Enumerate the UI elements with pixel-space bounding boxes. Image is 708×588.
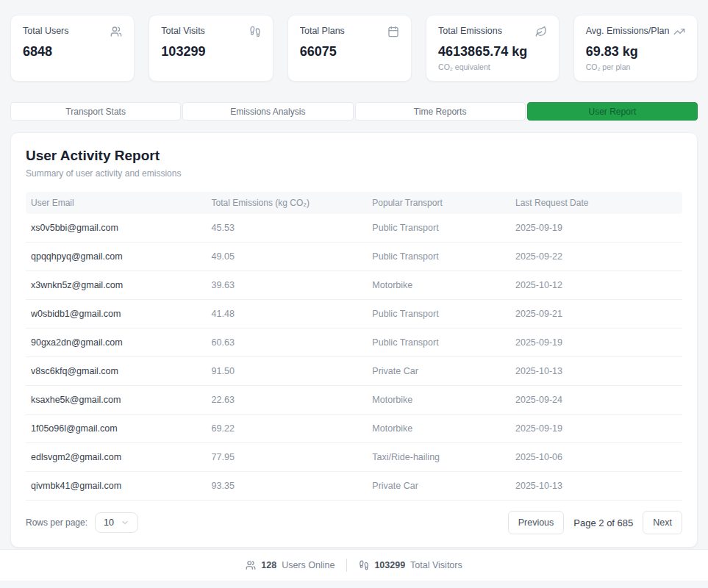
- cell-user-email: qpqqhpyq@gmail.com: [26, 251, 207, 262]
- users-online-status: 128 Users Online: [246, 560, 335, 570]
- leaf-icon: [535, 26, 547, 37]
- status-footer: 128 Users Online 103299 Total Visitors: [0, 549, 708, 581]
- page-title: User Activity Report: [26, 148, 682, 164]
- footprints-icon: [249, 26, 261, 37]
- column-header-popular-transport: Popular Transport: [367, 198, 510, 208]
- tab-user-report[interactable]: User Report: [527, 102, 698, 121]
- column-header-last-request-date: Last Request Date: [510, 198, 682, 208]
- cell-transport: Taxi/Ride-hailing: [367, 452, 510, 462]
- cell-emissions: 45.53: [207, 223, 368, 233]
- stat-card-total-plans: Total Plans 66075: [287, 15, 412, 82]
- cell-date: 2025-09-19: [510, 423, 682, 434]
- dashboard-page: Total Users 6848 Total Visits 103299 Tot…: [0, 0, 708, 548]
- cell-user-email: qivmbk41@gmail.com: [26, 481, 207, 491]
- users-icon: [110, 26, 122, 37]
- cell-transport: Motorbike: [367, 395, 510, 405]
- cell-emissions: 60.63: [207, 337, 368, 348]
- stat-sublabel: CO₂ equivalent: [438, 62, 547, 71]
- cell-date: 2025-10-13: [510, 481, 682, 491]
- pagination-bar: Rows per page: 10 Previous Page 2 of 685…: [26, 511, 682, 534]
- table-row: qpqqhpyq@gmail.com 49.05 Public Transpor…: [26, 243, 682, 271]
- cell-transport: Public Transport: [367, 309, 510, 319]
- cell-emissions: 77.95: [207, 452, 368, 462]
- page-subtitle: Summary of user activity and emissions: [26, 168, 682, 179]
- footprints-icon: [359, 560, 369, 570]
- column-header-total-emissions: Total Emissions (kg CO₂): [207, 198, 368, 208]
- cell-date: 2025-10-12: [510, 280, 682, 290]
- cell-user-email: v8sc6kfq@gmail.com: [26, 366, 207, 376]
- cell-date: 2025-10-06: [510, 452, 682, 462]
- table-row: edlsvgm2@gmail.com 77.95 Taxi/Ride-haili…: [26, 443, 682, 472]
- report-tabs: Transport Stats Emissions Analysis Time …: [10, 102, 698, 121]
- stat-label: Avg. Emissions/Plan: [586, 26, 670, 36]
- user-activity-report-card: User Activity Report Summary of user act…: [10, 132, 698, 548]
- stat-card-total-users: Total Users 6848: [10, 15, 135, 82]
- cell-user-email: xs0v5bbi@gmail.com: [26, 223, 207, 233]
- stat-value: 4613865.74 kg: [438, 44, 547, 60]
- cell-emissions: 93.35: [207, 481, 368, 491]
- column-header-user-email: User Email: [26, 198, 207, 208]
- cell-date: 2025-09-19: [510, 337, 682, 348]
- cell-emissions: 41.48: [207, 309, 368, 319]
- cell-emissions: 49.05: [207, 251, 368, 262]
- stat-value: 69.83 kg: [586, 44, 685, 60]
- cell-user-email: edlsvgm2@gmail.com: [26, 452, 207, 462]
- rows-per-page-value: 10: [104, 517, 114, 528]
- cell-emissions: 69.22: [207, 423, 368, 434]
- stat-sublabel: CO₂ per plan: [586, 62, 685, 71]
- cell-transport: Public Transport: [367, 337, 510, 348]
- stat-label: Total Emissions: [438, 26, 502, 36]
- stat-label: Total Visits: [161, 26, 205, 36]
- table-row: w0sbidb1@gmail.com 41.48 Public Transpor…: [26, 300, 682, 329]
- trending-up-icon: [673, 26, 685, 37]
- user-activity-table: User Email Total Emissions (kg CO₂) Popu…: [26, 192, 682, 501]
- table-row: qivmbk41@gmail.com 93.35 Private Car 202…: [26, 472, 682, 501]
- cell-transport: Private Car: [367, 481, 510, 491]
- chevron-down-icon: [121, 518, 129, 527]
- stat-card-avg-emissions: Avg. Emissions/Plan 69.83 kg CO₂ per pla…: [573, 15, 698, 82]
- table-row: 1f05o96l@gmail.com 69.22 Motorbike 2025-…: [26, 415, 682, 443]
- table-row: ksaxhe5k@gmail.com 22.63 Motorbike 2025-…: [26, 386, 682, 415]
- stat-card-total-visits: Total Visits 103299: [149, 15, 273, 82]
- users-online-value: 128: [261, 560, 276, 570]
- stats-row: Total Users 6848 Total Visits 103299 Tot…: [10, 15, 698, 82]
- cell-date: 2025-09-24: [510, 395, 682, 405]
- cell-emissions: 39.63: [207, 280, 368, 290]
- cell-emissions: 22.63: [207, 395, 368, 405]
- rows-per-page-label: Rows per page:: [26, 517, 87, 528]
- cell-transport: Private Car: [367, 366, 510, 376]
- cell-emissions: 91.50: [207, 366, 368, 376]
- stat-card-total-emissions: Total Emissions 4613865.74 kg CO₂ equiva…: [426, 15, 559, 82]
- footer-divider: [346, 559, 347, 572]
- calendar-icon: [387, 26, 399, 37]
- cell-user-email: 90gxa2dn@gmail.com: [26, 337, 207, 348]
- table-row: xs0v5bbi@gmail.com 45.53 Public Transpor…: [26, 214, 682, 243]
- cell-transport: Motorbike: [367, 423, 510, 434]
- table-row: v8sc6kfq@gmail.com 91.50 Private Car 202…: [26, 357, 682, 386]
- next-button[interactable]: Next: [643, 511, 682, 534]
- tab-transport-stats[interactable]: Transport Stats: [10, 102, 181, 121]
- cell-date: 2025-09-22: [510, 251, 682, 262]
- stat-value: 6848: [23, 44, 122, 60]
- table-header-row: User Email Total Emissions (kg CO₂) Popu…: [26, 192, 682, 214]
- page-info: Page 2 of 685: [573, 517, 633, 528]
- total-visitors-status: 103299 Total Visitors: [359, 560, 462, 570]
- stat-label: Total Plans: [300, 26, 345, 36]
- cell-user-email: ksaxhe5k@gmail.com: [26, 395, 207, 405]
- users-icon: [246, 560, 256, 570]
- table-row: x3wnkn5z@gmail.com 39.63 Motorbike 2025-…: [26, 271, 682, 300]
- tab-emissions-analysis[interactable]: Emissions Analysis: [182, 102, 353, 121]
- users-online-label: Users Online: [282, 560, 335, 570]
- stat-label: Total Users: [23, 26, 69, 36]
- cell-date: 2025-09-19: [510, 223, 682, 233]
- cell-date: 2025-10-13: [510, 366, 682, 376]
- tab-time-reports[interactable]: Time Reports: [355, 102, 526, 121]
- rows-per-page-select[interactable]: 10: [95, 512, 138, 533]
- cell-transport: Motorbike: [367, 280, 510, 290]
- cell-transport: Public Transport: [367, 223, 510, 233]
- cell-user-email: 1f05o96l@gmail.com: [26, 423, 207, 434]
- cell-user-email: w0sbidb1@gmail.com: [26, 309, 207, 319]
- previous-button[interactable]: Previous: [508, 511, 565, 534]
- stat-value: 103299: [161, 44, 260, 60]
- cell-transport: Public Transport: [367, 251, 510, 262]
